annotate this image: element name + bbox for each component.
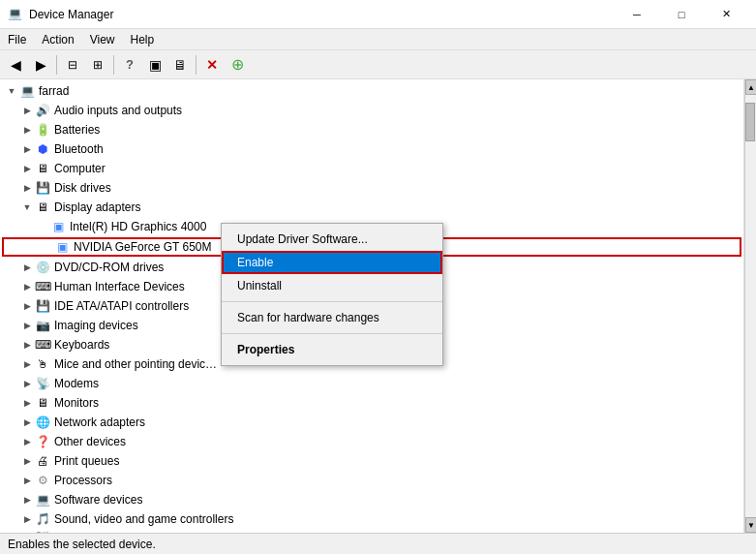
expand-software[interactable]: ▶ <box>19 492 35 508</box>
expand-monitors[interactable]: ▶ <box>19 395 35 411</box>
close-button[interactable]: ✕ <box>704 0 748 29</box>
expand-imaging[interactable]: ▶ <box>19 318 35 333</box>
toolbar-help[interactable]: ? <box>118 53 141 77</box>
menu-help[interactable]: Help <box>123 29 163 50</box>
toolbar-uninstall[interactable]: ✕ <box>200 53 224 77</box>
toolbar-back[interactable]: ◀ <box>4 53 27 77</box>
tree-item-print[interactable]: ▶ 🖨 Print queues <box>0 451 743 471</box>
toolbar-display[interactable]: 🖥 <box>168 53 192 77</box>
ctx-uninstall[interactable]: Uninstall <box>222 274 442 297</box>
expand-modems[interactable]: ▶ <box>19 376 35 391</box>
expand-dvd[interactable]: ▶ <box>19 260 35 275</box>
computer-icon: 🖥 <box>35 161 50 176</box>
displayadapters-label: Display adapters <box>54 200 140 214</box>
toolbar: ◀ ▶ ⊟ ⊞ ? ▣ 🖥 ✕ ⊕ <box>0 50 756 79</box>
minimize-button[interactable]: ─ <box>615 0 659 29</box>
expand-displayadapters[interactable]: ▼ <box>19 200 35 215</box>
expand-intel <box>35 219 50 234</box>
device-tree[interactable]: ▼ 💻 farrad ▶ 🔊 Audio inputs and outputs … <box>0 79 744 533</box>
tree-item-storage[interactable]: ▶ 💾 Storage controllers <box>0 529 743 533</box>
expand-other[interactable]: ▶ <box>19 434 35 449</box>
expand-bluetooth[interactable]: ▶ <box>19 141 35 157</box>
ide-label: IDE ATA/ATAPI controllers <box>54 299 189 313</box>
scroll-track[interactable] <box>745 95 756 517</box>
software-icon: 💻 <box>35 492 50 508</box>
ctx-scan[interactable]: Scan for hardware changes <box>222 306 442 329</box>
mice-icon: 🖱 <box>35 356 50 372</box>
expand-hid[interactable]: ▶ <box>19 279 35 294</box>
expand-keyboards[interactable]: ▶ <box>19 337 35 353</box>
expand-ide[interactable]: ▶ <box>19 298 35 314</box>
ctx-enable[interactable]: Enable <box>222 251 442 274</box>
status-bar: Enables the selected device. <box>0 533 756 554</box>
maximize-button[interactable]: □ <box>659 0 704 29</box>
tree-item-other[interactable]: ▶ ❓ Other devices <box>0 432 743 451</box>
expand-sound[interactable]: ▶ <box>19 511 35 527</box>
expand-root[interactable]: ▼ <box>4 83 19 99</box>
tree-item-batteries[interactable]: ▶ 🔋 Batteries <box>0 120 743 139</box>
nvidia-icon: ▣ <box>54 239 70 255</box>
menu-file[interactable]: File <box>0 29 34 50</box>
keyboards-icon: ⌨ <box>35 337 50 353</box>
computer-label: Computer <box>54 162 106 175</box>
monitors-icon: 🖥 <box>35 395 50 411</box>
intel-icon: ▣ <box>50 219 66 234</box>
tree-item-modems[interactable]: ▶ 📡 Modems <box>0 374 743 393</box>
toolbar-add[interactable]: ⊕ <box>226 53 249 77</box>
tree-item-sound[interactable]: ▶ 🎵 Sound, video and game controllers <box>0 509 743 529</box>
tree-root[interactable]: ▼ 💻 farrad <box>0 81 743 101</box>
tree-item-bluetooth[interactable]: ▶ ⬢ Bluetooth <box>0 139 743 159</box>
tree-item-diskdrives[interactable]: ▶ 💾 Disk drives <box>0 178 743 198</box>
tree-item-network[interactable]: ▶ 🌐 Network adapters <box>0 413 743 432</box>
toolbar-forward[interactable]: ▶ <box>29 53 52 77</box>
context-menu: Update Driver Software... Enable Uninsta… <box>221 223 443 366</box>
expand-audio[interactable]: ▶ <box>19 103 35 118</box>
audio-icon: 🔊 <box>35 103 50 118</box>
root-icon: 💻 <box>19 83 35 99</box>
intel-label: Intel(R) HD Graphics 4000 <box>70 220 206 233</box>
diskdrives-icon: 💾 <box>35 180 50 196</box>
ctx-separator-1 <box>222 301 442 302</box>
storage-icon: 💾 <box>35 531 50 533</box>
expand-print[interactable]: ▶ <box>19 453 35 469</box>
menu-bar: File Action View Help <box>0 29 756 50</box>
expand-network[interactable]: ▶ <box>19 415 35 430</box>
software-label: Software devices <box>54 493 142 507</box>
monitors-label: Monitors <box>54 396 99 410</box>
sound-icon: 🎵 <box>35 511 50 527</box>
network-icon: 🌐 <box>35 415 50 430</box>
expand-mice[interactable]: ▶ <box>19 356 35 372</box>
ctx-update[interactable]: Update Driver Software... <box>222 228 442 251</box>
tree-item-displayadapters[interactable]: ▼ 🖥 Display adapters <box>0 198 743 217</box>
scroll-down-btn[interactable]: ▼ <box>745 517 756 533</box>
toolbar-properties[interactable]: ▣ <box>143 53 166 77</box>
expand-computer[interactable]: ▶ <box>19 161 35 176</box>
expand-processors[interactable]: ▶ <box>19 473 35 488</box>
scroll-thumb[interactable] <box>745 103 755 141</box>
hid-label: Human Interface Devices <box>54 280 185 293</box>
window-title: Device Manager <box>29 8 615 21</box>
tree-item-processors[interactable]: ▶ ⚙ Processors <box>0 471 743 490</box>
menu-action[interactable]: Action <box>34 29 81 50</box>
toolbar-divider-2 <box>113 55 114 75</box>
tree-item-monitors[interactable]: ▶ 🖥 Monitors <box>0 393 743 413</box>
menu-view[interactable]: View <box>82 29 123 50</box>
processors-icon: ⚙ <box>35 473 50 488</box>
expand-batteries[interactable]: ▶ <box>19 122 35 138</box>
expand-storage[interactable]: ▶ <box>19 531 35 533</box>
network-label: Network adapters <box>54 416 145 429</box>
toolbar-collapse[interactable]: ⊟ <box>61 53 84 77</box>
vertical-scrollbar[interactable]: ▲ ▼ <box>744 79 756 533</box>
tree-item-computer[interactable]: ▶ 🖥 Computer <box>0 159 743 178</box>
diskdrives-label: Disk drives <box>54 181 111 195</box>
toolbar-expand[interactable]: ⊞ <box>86 53 109 77</box>
scroll-up-btn[interactable]: ▲ <box>745 79 756 95</box>
ctx-separator-2 <box>222 333 442 334</box>
ctx-properties[interactable]: Properties <box>222 338 442 361</box>
expand-diskdrives[interactable]: ▶ <box>19 180 35 196</box>
tree-item-audio[interactable]: ▶ 🔊 Audio inputs and outputs <box>0 101 743 120</box>
tree-item-software[interactable]: ▶ 💻 Software devices <box>0 490 743 509</box>
batteries-label: Batteries <box>54 123 100 137</box>
print-label: Print queues <box>54 454 119 468</box>
toolbar-divider-1 <box>56 55 57 75</box>
